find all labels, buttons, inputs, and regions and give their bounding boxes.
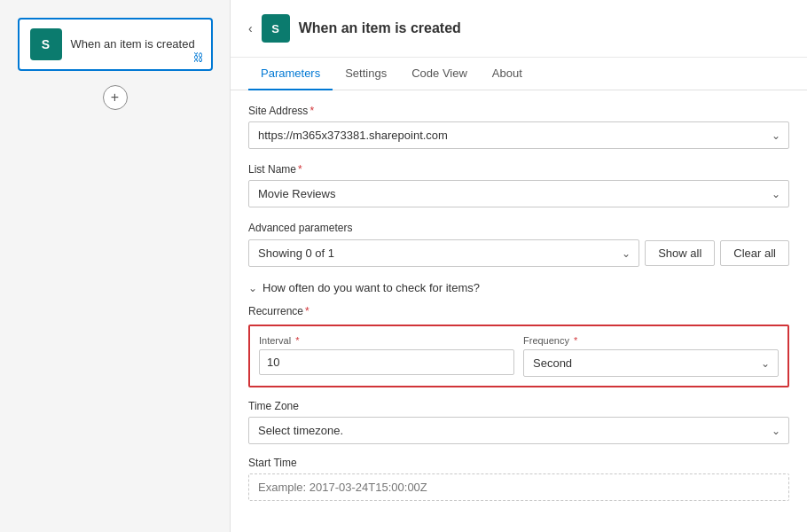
site-address-select[interactable]: https://m365x373381.sharepoint.com	[248, 121, 789, 149]
interval-field: Interval *	[259, 335, 514, 377]
recurrence-header: ⌄ How often do you want to check for ite…	[248, 281, 789, 294]
frequency-label: Frequency *	[523, 335, 779, 346]
site-address-select-wrapper[interactable]: https://m365x373381.sharepoint.com ⌄	[248, 121, 789, 149]
link-icon: ⛓	[193, 51, 204, 64]
panel-header: ‹ S When an item is created	[231, 0, 807, 58]
show-all-button[interactable]: Show all	[645, 240, 715, 266]
start-time-input[interactable]	[248, 473, 789, 501]
start-time-group: Start Time	[248, 457, 789, 501]
frequency-select[interactable]: Second	[523, 349, 779, 377]
list-name-group: List Name* Movie Reviews ⌄	[248, 163, 789, 207]
advanced-params-label: Advanced parameters	[248, 222, 789, 234]
list-name-label: List Name*	[248, 163, 789, 176]
header-trigger-icon: S	[262, 14, 290, 43]
timezone-select-wrapper[interactable]: Select timezone. ⌄	[248, 417, 789, 444]
left-panel: S When an item is created ⛓ +	[0, 0, 231, 532]
advanced-params-row: Showing 0 of 1 ⌄ Show all Clear all	[248, 239, 789, 267]
clear-all-button[interactable]: Clear all	[720, 240, 789, 266]
trigger-icon: S	[30, 28, 62, 60]
list-name-select-wrapper[interactable]: Movie Reviews ⌄	[248, 180, 789, 207]
tab-settings[interactable]: Settings	[333, 58, 399, 90]
recurrence-label: Recurrence*	[248, 305, 789, 317]
tab-codeview[interactable]: Code View	[399, 58, 480, 90]
trigger-card[interactable]: S When an item is created ⛓	[18, 18, 213, 71]
content-area: Site Address* https://m365x373381.sharep…	[231, 90, 807, 515]
trigger-label: When an item is created	[71, 37, 195, 52]
right-panel: ‹ S When an item is created Parameters S…	[231, 0, 807, 532]
site-address-group: Site Address* https://m365x373381.sharep…	[248, 105, 789, 149]
timezone-group: Time Zone Select timezone. ⌄	[248, 400, 789, 444]
panel-title: When an item is created	[299, 20, 461, 36]
recurrence-chevron-icon[interactable]: ⌄	[248, 282, 257, 294]
back-chevron-icon[interactable]: ‹	[248, 21, 253, 35]
start-time-label: Start Time	[248, 457, 789, 469]
recurrence-box: Interval * Frequency * Second	[248, 325, 789, 387]
recurrence-section: ⌄ How often do you want to check for ite…	[248, 281, 789, 501]
advanced-select-wrapper[interactable]: Showing 0 of 1 ⌄	[248, 239, 639, 267]
advanced-params-select[interactable]: Showing 0 of 1	[248, 239, 639, 267]
tab-bar: Parameters Settings Code View About	[231, 58, 807, 90]
add-step-button[interactable]: +	[103, 85, 128, 110]
list-name-select[interactable]: Movie Reviews	[248, 180, 789, 207]
timezone-select[interactable]: Select timezone.	[248, 417, 789, 444]
frequency-select-wrapper[interactable]: Second ⌄	[523, 349, 779, 377]
tab-parameters[interactable]: Parameters	[248, 58, 333, 90]
interval-input[interactable]	[259, 349, 514, 375]
tab-about[interactable]: About	[480, 58, 535, 90]
interval-label: Interval *	[259, 335, 514, 346]
timezone-label: Time Zone	[248, 400, 789, 412]
site-address-label: Site Address*	[248, 105, 789, 117]
recurrence-fields: Interval * Frequency * Second	[259, 335, 779, 377]
advanced-params-group: Advanced parameters Showing 0 of 1 ⌄ Sho…	[248, 222, 789, 267]
frequency-field: Frequency * Second ⌄	[523, 335, 779, 377]
